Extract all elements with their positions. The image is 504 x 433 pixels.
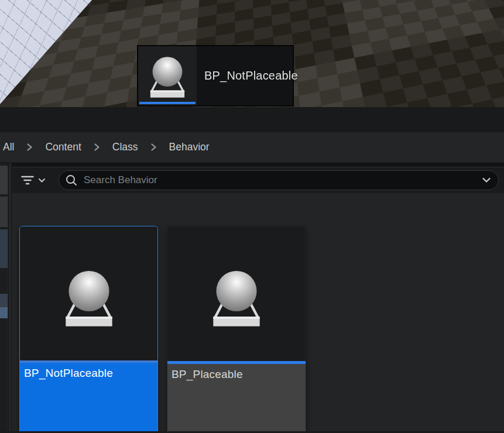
search-box xyxy=(59,170,499,190)
content-browser-body: BP_NotPlaceable Blueprint Class BP_Place… xyxy=(0,163,504,433)
chevron-right-icon xyxy=(26,143,33,152)
filter-button[interactable] xyxy=(21,171,46,189)
blueprint-class-icon xyxy=(140,49,195,104)
filter-lines-icon xyxy=(21,175,34,185)
asset-name: BP_NotPlaceable xyxy=(24,367,153,380)
breadcrumb-item-content[interactable]: Content xyxy=(45,141,81,153)
search-input[interactable] xyxy=(83,174,482,187)
asset-grid: BP_NotPlaceable Blueprint Class BP_Place… xyxy=(0,193,504,431)
drag-preview-label: BP_NotPlaceable xyxy=(197,46,298,105)
blueprint-class-color-bar xyxy=(139,102,196,104)
breadcrumb-item-all[interactable]: All xyxy=(3,141,14,153)
content-browser-toolbar xyxy=(0,107,504,132)
breadcrumb: All Content Class Behavior xyxy=(0,132,504,163)
search-toolbar xyxy=(11,167,504,193)
asset-drag-preview: BP_NotPlaceable xyxy=(137,45,294,106)
blueprint-class-icon xyxy=(199,260,274,335)
search-icon xyxy=(65,174,78,187)
breadcrumb-item-behavior[interactable]: Behavior xyxy=(169,141,210,153)
drag-preview-thumbnail xyxy=(138,46,197,105)
asset-thumbnail xyxy=(167,226,306,361)
unreal-editor-window: BP_NotPlaceable All Content Class Behavi… xyxy=(0,0,504,433)
sources-panel-item-fragment[interactable] xyxy=(0,166,8,194)
asset-tile-footer: BP_NotPlaceable Blueprint Class xyxy=(20,363,157,433)
asset-tile-footer: BP_Placeable Blueprint Class xyxy=(167,364,306,433)
blueprint-class-icon xyxy=(52,260,126,335)
asset-thumbnail xyxy=(20,226,157,360)
chevron-right-icon xyxy=(150,143,157,152)
search-options-chevron-down-icon[interactable] xyxy=(482,177,491,183)
asset-tile-bp-placeable[interactable]: BP_Placeable Blueprint Class xyxy=(167,226,306,433)
asset-name: BP_Placeable xyxy=(172,368,301,381)
chevron-right-icon xyxy=(94,143,100,152)
breadcrumb-item-class[interactable]: Class xyxy=(112,141,138,153)
asset-tile-bp-notplaceable[interactable]: BP_NotPlaceable Blueprint Class xyxy=(19,226,158,433)
chevron-down-icon xyxy=(38,178,46,183)
